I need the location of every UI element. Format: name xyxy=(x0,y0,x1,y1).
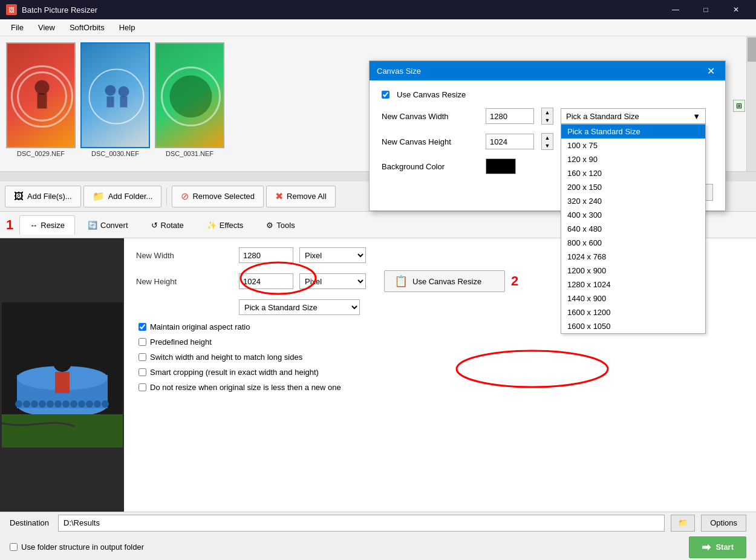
menu-view[interactable]: View xyxy=(32,21,61,34)
size-option-8[interactable]: 800 x 600 xyxy=(561,236,705,250)
thumb-item-2[interactable]: DSC_0030.NEF xyxy=(80,42,150,157)
size-option-2[interactable]: 120 x 90 xyxy=(561,152,705,166)
tab-resize[interactable]: ↔ Resize xyxy=(19,215,75,235)
switch-wh-row: Switch width and height to match long si… xyxy=(136,353,744,362)
thumb-canvas-1 xyxy=(7,44,76,148)
add-folder-icon: 📁 xyxy=(93,190,105,202)
dialog-std-size-wrapper: Pick a Standard Size ▼ Pick a Standard S… xyxy=(561,108,706,124)
thumb-image-2 xyxy=(80,42,150,148)
thumb-canvas-2 xyxy=(82,44,150,148)
size-option-0[interactable]: Pick a Standard Size xyxy=(561,125,705,138)
rotate-icon: ↺ xyxy=(151,221,158,230)
folder-structure-checkbox[interactable] xyxy=(10,543,18,551)
size-option-13[interactable]: 1600 x 1200 xyxy=(561,305,705,319)
height-unit-select[interactable]: Pixel % cm inch xyxy=(299,273,366,289)
dialog-width-row: New Canvas Width ▲ ▼ Pick a Standard Siz… xyxy=(382,108,713,125)
maintain-aspect-label: Maintain original aspect ratio xyxy=(150,322,250,331)
smart-crop-checkbox[interactable] xyxy=(138,368,146,376)
convert-icon: 🔄 xyxy=(88,221,97,230)
width-down-btn[interactable]: ▼ xyxy=(542,116,553,124)
resize-tab-icon: ↔ xyxy=(30,221,37,230)
dialog-width-input[interactable] xyxy=(486,108,534,124)
no-enlarge-row: Do not resize when original size is less… xyxy=(136,383,744,392)
remove-selected-icon: ⊘ xyxy=(181,190,189,202)
close-button[interactable]: ✕ xyxy=(722,0,750,19)
toolbar-separator-1 xyxy=(166,187,167,206)
size-option-6[interactable]: 400 x 300 xyxy=(561,208,705,222)
width-spinner: ▲ ▼ xyxy=(541,108,553,125)
size-option-1[interactable]: 100 x 75 xyxy=(561,138,705,152)
remove-all-label: Remove All xyxy=(287,192,327,201)
rotate-label: Rotate xyxy=(161,221,184,230)
maximize-button[interactable]: □ xyxy=(692,0,720,19)
destination-input[interactable] xyxy=(58,515,665,532)
destination-browse-button[interactable]: 📁 xyxy=(671,515,695,532)
std-size-dropdown: Pick a Standard Size 100 x 75 120 x 90 1… xyxy=(561,124,706,334)
canvas-resize-button[interactable]: 📋 Use Canvas Resize xyxy=(384,270,505,292)
maintain-aspect-checkbox[interactable] xyxy=(138,323,146,331)
size-option-5[interactable]: 320 x 240 xyxy=(561,194,705,208)
start-icon: ➡ xyxy=(702,541,711,554)
switch-wh-checkbox[interactable] xyxy=(138,353,146,361)
size-option-9[interactable]: 1024 x 768 xyxy=(561,250,705,264)
remove-selected-button[interactable]: ⊘ Remove Selected xyxy=(172,186,264,207)
dialog-close-button[interactable]: ✕ xyxy=(703,63,718,78)
predefined-height-checkbox[interactable] xyxy=(138,338,146,346)
tab-effects[interactable]: ✨ Effects xyxy=(197,215,254,235)
start-btn-wrapper: ➡ Start xyxy=(689,536,746,558)
menu-softorbits[interactable]: SoftOrbits xyxy=(64,21,111,34)
height-up-btn[interactable]: ▲ xyxy=(542,134,553,142)
thumb-label-2: DSC_0030.NEF xyxy=(91,150,139,157)
menubar: File View SoftOrbits Help xyxy=(0,19,756,36)
canvas-group: 📋 Use Canvas Resize 2 xyxy=(384,270,518,292)
width-unit-select[interactable]: Pixel % cm inch xyxy=(299,247,366,263)
thumbnail-scrollbar[interactable] xyxy=(746,36,756,181)
add-files-button[interactable]: 🖼 Add File(s)... xyxy=(5,186,81,207)
size-option-11[interactable]: 1280 x 1024 xyxy=(561,278,705,291)
dialog-height-input[interactable] xyxy=(486,134,534,149)
size-option-14[interactable]: 1600 x 1050 xyxy=(561,319,705,333)
size-option-4[interactable]: 200 x 150 xyxy=(561,180,705,194)
smart-crop-label: Smart cropping (result in exact width an… xyxy=(150,368,319,377)
remove-all-button[interactable]: ✖ Remove All xyxy=(266,186,336,207)
new-height-input[interactable] xyxy=(239,273,293,289)
tab-convert[interactable]: 🔄 Convert xyxy=(77,215,138,235)
dialog-use-canvas-checkbox[interactable] xyxy=(382,91,389,99)
size-option-10[interactable]: 1200 x 900 xyxy=(561,264,705,278)
scrollbar-thumb[interactable] xyxy=(748,37,756,62)
canvas-btn-label: Use Canvas Resize xyxy=(412,277,481,286)
add-files-icon: 🖼 xyxy=(14,191,24,202)
dialog-title: Canvas Size xyxy=(377,67,421,76)
step-1-label: 1 xyxy=(6,217,13,233)
thumb-item-1[interactable]: DSC_0029.NEF xyxy=(6,42,76,157)
width-up-btn[interactable]: ▲ xyxy=(542,108,553,116)
height-down-btn[interactable]: ▼ xyxy=(542,142,553,149)
tab-tools[interactable]: ⚙ Tools xyxy=(256,215,305,235)
menu-file[interactable]: File xyxy=(5,21,30,34)
new-width-input[interactable] xyxy=(239,247,293,263)
thumb-item-3[interactable]: DSC_0031.NEF xyxy=(155,42,224,157)
options-button[interactable]: Options xyxy=(701,515,746,532)
dialog-body: Use Canvas Resize New Canvas Width ▲ ▼ P… xyxy=(370,80,725,210)
dialog-std-size-btn[interactable]: Pick a Standard Size ▼ xyxy=(561,108,706,124)
no-enlarge-checkbox[interactable] xyxy=(138,383,146,391)
grid-view-icon[interactable]: ⊞ xyxy=(733,100,745,112)
bgcolor-swatch[interactable] xyxy=(486,158,516,174)
dialog-use-canvas-row: Use Canvas Resize xyxy=(382,90,713,99)
dest-label: Destination xyxy=(10,518,52,527)
add-folder-button[interactable]: 📁 Add Folder... xyxy=(83,186,162,207)
size-option-3[interactable]: 160 x 120 xyxy=(561,166,705,180)
standard-size-select[interactable]: Pick a Standard Size 100 x 75 120 x 90 6… xyxy=(239,299,360,315)
tab-rotate[interactable]: ↺ Rotate xyxy=(141,215,194,235)
step-2-label: 2 xyxy=(511,273,518,289)
dropdown-arrow-icon: ▼ xyxy=(692,112,700,121)
minimize-button[interactable]: — xyxy=(662,0,689,19)
image-preview xyxy=(0,238,124,512)
size-option-12[interactable]: 1440 x 900 xyxy=(561,291,705,305)
start-label: Start xyxy=(715,542,734,552)
start-button[interactable]: ➡ Start xyxy=(689,536,746,558)
size-option-7[interactable]: 640 x 480 xyxy=(561,222,705,236)
menu-help[interactable]: Help xyxy=(113,21,142,34)
tools-icon: ⚙ xyxy=(266,221,273,230)
destination-row: Destination 📁 Options xyxy=(10,515,746,532)
